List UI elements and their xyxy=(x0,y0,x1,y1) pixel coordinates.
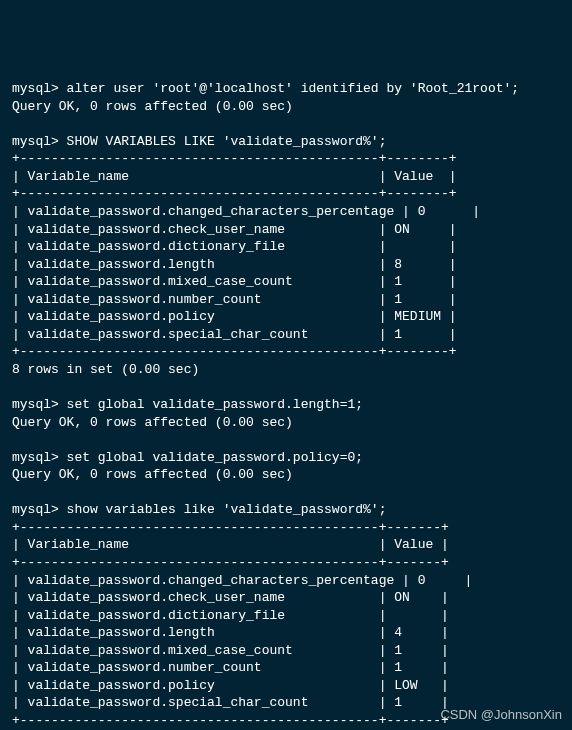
table-row: | validate_password.length | 8 | xyxy=(12,257,457,272)
table-row: | validate_password.policy | LOW | xyxy=(12,678,449,693)
table-header: | Variable_name | Value | xyxy=(12,169,457,184)
mysql-prompt: mysql> xyxy=(12,502,59,517)
table-row: | validate_password.changed_characters_p… xyxy=(12,204,480,219)
mysql-prompt: mysql> xyxy=(12,134,59,149)
table-border: +---------------------------------------… xyxy=(12,713,449,728)
command-text: alter user 'root'@'localhost' identified… xyxy=(59,81,519,96)
command-text: set global validate_password.policy=0; xyxy=(59,450,363,465)
watermark-text: CSDN @JohnsonXin xyxy=(440,706,562,724)
mysql-prompt: mysql> xyxy=(12,397,59,412)
rows-count: 8 rows in set (0.00 sec) xyxy=(12,362,199,377)
terminal-line: mysql> set global validate_password.poli… xyxy=(12,450,363,465)
terminal-line: mysql> show variables like 'validate_pas… xyxy=(12,502,386,517)
table-row: | validate_password.length | 4 | xyxy=(12,625,449,640)
table-row: | validate_password.special_char_count |… xyxy=(12,327,457,342)
table-row: | validate_password.check_user_name | ON… xyxy=(12,222,457,237)
table-border: +---------------------------------------… xyxy=(12,151,457,166)
mysql-prompt: mysql> xyxy=(12,450,59,465)
table-border: +---------------------------------------… xyxy=(12,186,457,201)
table-row: | validate_password.special_char_count |… xyxy=(12,695,449,710)
table-row: | validate_password.number_count | 1 | xyxy=(12,660,449,675)
table-row: | validate_password.number_count | 1 | xyxy=(12,292,457,307)
terminal-line: mysql> SHOW VARIABLES LIKE 'validate_pas… xyxy=(12,134,386,149)
table-row: | validate_password.policy | MEDIUM | xyxy=(12,309,457,324)
table-border: +---------------------------------------… xyxy=(12,344,457,359)
mysql-prompt: mysql> xyxy=(12,81,59,96)
table-border: +---------------------------------------… xyxy=(12,555,449,570)
command-text: show variables like 'validate_password%'… xyxy=(59,502,387,517)
command-text: set global validate_password.length=1; xyxy=(59,397,363,412)
table-row: | validate_password.dictionary_file | | xyxy=(12,239,457,254)
terminal-line: mysql> set global validate_password.leng… xyxy=(12,397,363,412)
table-row: | validate_password.dictionary_file | | xyxy=(12,608,449,623)
table-row: | validate_password.mixed_case_count | 1… xyxy=(12,274,457,289)
query-result: Query OK, 0 rows affected (0.00 sec) xyxy=(12,415,293,430)
table-row: | validate_password.mixed_case_count | 1… xyxy=(12,643,449,658)
table-header: | Variable_name | Value | xyxy=(12,537,449,552)
command-text: SHOW VARIABLES LIKE 'validate_password%'… xyxy=(59,134,387,149)
table-row: | validate_password.check_user_name | ON… xyxy=(12,590,449,605)
table-border: +---------------------------------------… xyxy=(12,520,449,535)
query-result: Query OK, 0 rows affected (0.00 sec) xyxy=(12,467,293,482)
terminal-line: mysql> alter user 'root'@'localhost' ide… xyxy=(12,81,519,96)
table-row: | validate_password.changed_characters_p… xyxy=(12,573,472,588)
query-result: Query OK, 0 rows affected (0.00 sec) xyxy=(12,99,293,114)
